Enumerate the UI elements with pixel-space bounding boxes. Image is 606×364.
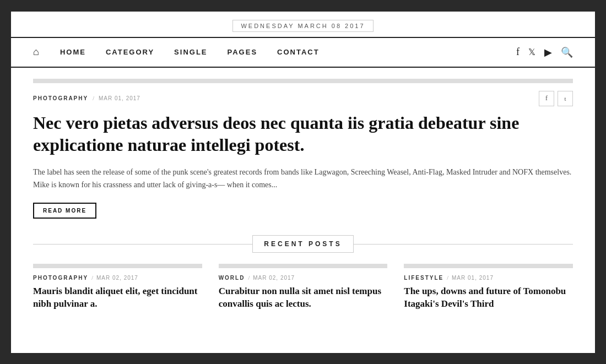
recent-post-meta-2: WORLD / MAR 02, 2017 bbox=[219, 275, 388, 281]
nav-contact[interactable]: CONTACT bbox=[267, 48, 329, 56]
nav-single[interactable]: SINGLE bbox=[164, 48, 217, 56]
recent-posts-grid: PHOTOGRAPHY / MAR 02, 2017 Mauris blandi… bbox=[33, 264, 573, 311]
recent-post-title-1[interactable]: Mauris blandit aliquet elit, eget tincid… bbox=[33, 285, 202, 311]
post-share-icons: f t bbox=[539, 91, 573, 106]
featured-post-excerpt: The label has seen the release of some o… bbox=[33, 166, 573, 192]
recent-post-img-2 bbox=[219, 264, 388, 268]
post-meta-left: PHOTOGRAPHY / MAR 01, 2017 bbox=[33, 95, 140, 101]
twitter-icon[interactable]: 𝕏 bbox=[528, 47, 535, 57]
recent-posts-header: RECENT POSTS bbox=[33, 235, 573, 253]
recent-post-category-3: LIFESTYLE bbox=[404, 275, 443, 281]
featured-post-sep: / bbox=[93, 95, 94, 101]
recent-post-meta-1: PHOTOGRAPHY / MAR 02, 2017 bbox=[33, 275, 202, 281]
page-wrapper: WEDNESDAY MARCH 08 2017 ⌂ HOME CATEGORY … bbox=[11, 12, 595, 353]
recent-post-title-2[interactable]: Curabitur non nulla sit amet nisl tempus… bbox=[219, 285, 388, 311]
recent-post-meta-3: LIFESTYLE / MAR 01, 2017 bbox=[404, 275, 573, 281]
recent-post-img-3 bbox=[404, 264, 573, 268]
main-content: PHOTOGRAPHY / MAR 01, 2017 f t Nec vero … bbox=[11, 79, 595, 236]
featured-image-placeholder bbox=[33, 79, 573, 83]
recent-post-sep-3: / bbox=[447, 275, 448, 281]
date-bar: WEDNESDAY MARCH 08 2017 bbox=[11, 12, 595, 37]
date-text: WEDNESDAY MARCH 08 2017 bbox=[232, 20, 373, 32]
featured-post-meta: PHOTOGRAPHY / MAR 01, 2017 f t bbox=[33, 91, 573, 106]
recent-post-date-1: MAR 02, 2017 bbox=[96, 275, 138, 281]
search-icon[interactable]: 🔍 bbox=[561, 46, 573, 58]
recent-post-card-1: PHOTOGRAPHY / MAR 02, 2017 Mauris blandi… bbox=[33, 264, 202, 311]
nav-category[interactable]: CATEGORY bbox=[96, 48, 164, 56]
nav-home-label[interactable]: HOME bbox=[50, 48, 96, 56]
nav-pages[interactable]: PAGES bbox=[218, 48, 268, 56]
recent-post-date-3: MAR 01, 2017 bbox=[452, 275, 494, 281]
recent-post-sep-2: / bbox=[248, 275, 250, 281]
nav-left: ⌂ HOME CATEGORY SINGLE PAGES CONTACT bbox=[33, 46, 329, 58]
recent-post-img-1 bbox=[33, 264, 202, 268]
recent-post-sep-1: / bbox=[91, 275, 93, 281]
share-facebook-icon[interactable]: f bbox=[539, 91, 554, 106]
share-twitter-icon[interactable]: t bbox=[558, 91, 573, 106]
recent-post-card-2: WORLD / MAR 02, 2017 Curabitur non nulla… bbox=[219, 264, 388, 311]
featured-post-date: MAR 01, 2017 bbox=[99, 95, 140, 101]
featured-post-title: Nec vero pietas adversus deos nec quanta… bbox=[33, 112, 573, 156]
featured-post-category: PHOTOGRAPHY bbox=[33, 95, 88, 101]
nav-right: f 𝕏 ▶ 🔍 bbox=[516, 46, 573, 58]
recent-posts-line-left bbox=[33, 244, 252, 245]
recent-post-date-2: MAR 02, 2017 bbox=[253, 275, 295, 281]
recent-posts-line-right bbox=[354, 244, 573, 245]
recent-post-category-2: WORLD bbox=[219, 275, 245, 281]
youtube-icon[interactable]: ▶ bbox=[544, 46, 552, 58]
recent-posts-section: RECENT POSTS PHOTOGRAPHY / MAR 02, 2017 … bbox=[11, 235, 595, 327]
facebook-icon[interactable]: f bbox=[516, 46, 520, 58]
main-nav: ⌂ HOME CATEGORY SINGLE PAGES CONTACT f 𝕏… bbox=[11, 37, 595, 68]
recent-post-title-3[interactable]: The ups, downs and future of Tomonobu It… bbox=[404, 285, 573, 311]
recent-post-category-1: PHOTOGRAPHY bbox=[33, 275, 88, 281]
nav-home[interactable]: ⌂ bbox=[33, 46, 50, 58]
recent-posts-title: RECENT POSTS bbox=[252, 235, 353, 253]
recent-post-card-3: LIFESTYLE / MAR 01, 2017 The ups, downs … bbox=[404, 264, 573, 311]
read-more-button[interactable]: READ MORE bbox=[33, 203, 96, 219]
